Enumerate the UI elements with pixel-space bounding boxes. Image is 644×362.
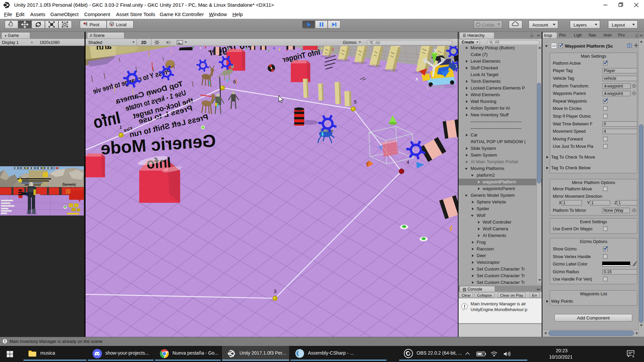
svg-text:x: x	[416, 76, 419, 81]
svg-text:3: 3	[274, 288, 276, 294]
svg-text:Generic: Generic	[62, 182, 76, 186]
svg-text:1: 1	[119, 125, 122, 130]
svg-text:❮ Persp: ❮ Persp	[426, 84, 444, 90]
svg-text:4: 4	[407, 159, 409, 165]
svg-text:6: 6	[233, 79, 236, 84]
svg-text:y: y	[434, 47, 437, 53]
svg-text:arth: arth	[96, 46, 112, 51]
svg-text:5: 5	[632, 354, 634, 358]
svg-text:5: 5	[354, 99, 357, 105]
svg-text:C#: C#	[552, 44, 556, 48]
